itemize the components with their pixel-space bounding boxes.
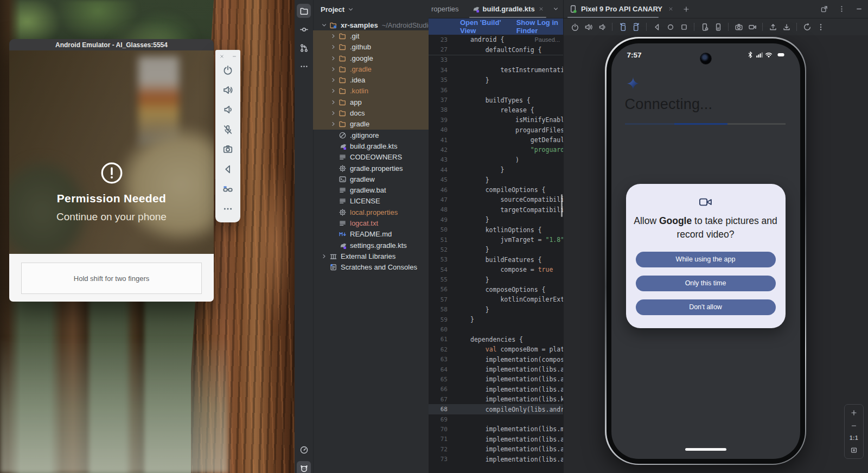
open-in-window-icon[interactable] [820,5,828,13]
code-line[interactable]: 45 } [429,175,563,184]
project-tree-row[interactable]: docs [313,107,429,118]
emulator-volume-up-button[interactable] [219,80,237,100]
project-tree-row[interactable]: CODEOWNERS [313,152,429,163]
project-tree-row[interactable]: settings.gradle.kts [313,240,429,251]
project-tree-row[interactable]: xr-samples~/AndroidStudioProje [313,20,429,30]
code-line[interactable]: 52 } [429,245,563,254]
tab-gradle-properties[interactable]: roperties [429,0,467,18]
device-rotate-left-button[interactable] [616,21,629,34]
device-volume-down-button[interactable] [596,21,608,34]
minimize-icon[interactable] [232,54,237,59]
chevron-right-icon[interactable] [330,33,337,40]
code-line[interactable]: 42 "proguard-ru [429,145,563,155]
code-line[interactable]: 33 [429,55,563,65]
code-line[interactable]: 69 [429,414,563,424]
chevron-right-icon[interactable] [330,43,337,50]
stripe-pull-request-button[interactable] [297,41,311,55]
code-line[interactable]: 50 kotlinOptions { [429,225,563,234]
dont-allow-button[interactable]: Don't allow [636,299,776,315]
hidden-tabs-chevron-icon[interactable] [552,5,559,12]
code-line[interactable]: 65 implementation(libs.andr [429,374,563,384]
code-line[interactable]: 59} [429,315,563,324]
allow-while-using-button[interactable]: While using the app [636,252,776,267]
code-line[interactable]: 34 testInstrumentationR [429,65,563,75]
code-line[interactable]: 62 val composeBom = platfor [429,344,563,354]
code-line[interactable]: 51 jvmTarget = "1.8" [429,235,563,245]
emulator-camera-button[interactable] [219,139,237,159]
editor-scrollbar[interactable] [561,194,563,217]
project-tree-row[interactable]: .git [313,30,429,41]
code-line[interactable]: 68 compileOnly(libs.android [429,404,563,414]
chevron-right-icon[interactable] [330,55,337,62]
emulator-mic-off-button[interactable] [219,120,237,140]
device-download-button[interactable] [780,21,793,34]
code-line[interactable]: 53 buildFeatures { [429,255,563,265]
code-line[interactable]: 43 ) [429,155,563,165]
project-tree-row[interactable]: LICENSE [313,196,429,207]
stripe-commit-button[interactable] [297,22,311,36]
code-line[interactable]: 39 isMinifyEnabled [429,115,563,125]
code-line[interactable]: 35 } [429,75,563,85]
project-tree-row[interactable]: .kotlin [313,86,429,97]
device-tab-pixel-9-pro[interactable]: Pixel 9 Pro API CANARY [569,5,674,13]
project-tree-row[interactable]: logcat.txt [313,218,429,228]
code-line[interactable]: 44 } [429,165,563,175]
show-log-in-finder-link[interactable]: Show Log in Finder [516,18,563,35]
emulator-glasses-button[interactable] [219,179,237,199]
zoom-in-icon[interactable] [850,409,858,417]
project-tree-row[interactable]: README.md [313,229,429,240]
code-line[interactable]: 47 sourceCompatibility [429,195,563,204]
code-line[interactable]: 57 kotlinCompilerExtens [429,295,563,304]
zoom-ratio-label[interactable]: 1:1 [850,435,858,441]
stripe-gauge-button[interactable] [297,443,311,457]
emulator-power-button[interactable] [219,60,237,80]
code-line[interactable]: 27 defaultConfig { [429,44,563,54]
device-device-gear-button[interactable] [698,21,711,34]
project-tree-row[interactable]: .github [313,42,429,53]
code-line[interactable]: 67 implementation(libs.kotl [429,394,563,404]
code-line[interactable]: 36 [429,85,563,95]
zoom-fit-icon[interactable] [850,446,858,454]
code-line[interactable]: 56 composeOptions { [429,285,563,295]
code-line[interactable]: 73 implementation(libs.andr [429,454,563,464]
chevron-right-icon[interactable] [321,253,328,260]
chevron-right-icon[interactable] [330,120,337,127]
code-line[interactable]: 41 getDefaultPr [429,135,563,145]
add-device-tab-icon[interactable] [682,5,690,13]
project-panel-header[interactable]: Project [313,0,429,18]
project-tree-row[interactable]: .gradle [313,63,429,74]
project-tree-row[interactable]: app [313,97,429,107]
emulator-back-button[interactable] [219,159,237,180]
code-line[interactable]: 48 targetCompatibility [429,205,563,215]
device-upload-button[interactable] [767,21,779,34]
device-back-button[interactable] [650,21,663,34]
code-line[interactable]: 60 [429,324,563,334]
device-camera-button[interactable] [732,21,745,34]
project-tree-row[interactable]: Scratches and Consoles [313,262,429,273]
code-line[interactable]: 37 buildTypes { [429,95,563,105]
home-indicator[interactable] [685,448,726,451]
project-tree-row[interactable]: gradle.properties [313,163,429,174]
project-tree-row[interactable]: build.gradle.kts [313,140,429,151]
code-line[interactable]: 54 compose = true [429,265,563,274]
close-icon[interactable] [538,6,544,12]
close-icon[interactable] [668,6,674,12]
code-line[interactable]: 58 } [429,305,563,315]
device-power-button[interactable] [569,21,581,34]
code-line[interactable]: 49 } [429,215,563,225]
device-kebab-button[interactable] [814,21,827,34]
device-video-button[interactable] [746,21,758,34]
device-home-button[interactable] [664,21,676,34]
only-this-time-button[interactable]: Only this time [636,276,776,291]
phone-screen[interactable]: 7:57 Connecting... [611,43,800,459]
stripe-more-h-button[interactable] [297,59,311,73]
device-overview-button[interactable] [678,21,690,34]
device-snapshot-button[interactable] [801,21,813,34]
chevron-down-icon[interactable] [347,6,354,13]
chevron-right-icon[interactable] [330,66,337,73]
project-tree-row[interactable]: External Libraries [313,251,429,261]
code-line[interactable]: 46 compileOptions { [429,185,563,195]
device-volume-up-button[interactable] [582,21,595,34]
code-line[interactable]: 70 implementation(libs.mate [429,424,563,434]
chevron-down-icon[interactable] [321,22,328,29]
